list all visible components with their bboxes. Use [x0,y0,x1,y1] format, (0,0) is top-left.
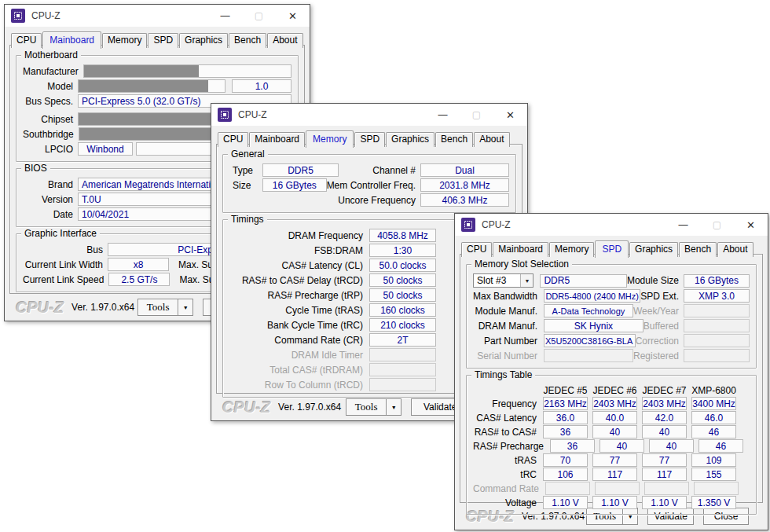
table-cell[interactable]: 46 [691,425,736,438]
redacted-value [83,64,199,78]
part-number-field[interactable]: X5U5200C3816G-BLA [544,334,636,347]
tab-bench[interactable]: Bench [435,132,473,147]
timing-field[interactable]: 2T [369,333,436,347]
tab-memory[interactable]: Memory [549,242,594,257]
table-cell[interactable]: 36 [543,425,588,438]
tab-graphics[interactable]: Graphics [386,132,434,147]
tools-button[interactable]: Tools [346,398,387,416]
titlebar[interactable]: CPU-Z — ▢ ✕ [211,104,527,126]
size-field[interactable]: 16 GBytes [262,178,327,192]
table-cell[interactable]: 2163 MHz [543,397,588,410]
table-cell[interactable]: 1.350 V [691,496,736,509]
type-label: Type [229,165,262,176]
table-cell[interactable]: 36.0 [543,411,588,424]
close-icon[interactable]: ✕ [276,5,310,27]
table-cell[interactable]: 155 [691,468,736,481]
table-cell[interactable]: 77 [592,453,637,467]
table-cell[interactable]: 117 [592,468,637,481]
table-cell[interactable]: 2403 MHz [592,397,637,410]
mem-controller-freq-field[interactable]: 2031.8 MHz [420,178,509,192]
spd-ext-field[interactable]: XMP 3.0 [684,289,750,303]
manufacturer-field[interactable] [83,64,292,78]
max-bandwidth-field[interactable]: DDR5-4800 (2400 MHz) [544,289,640,303]
table-cell[interactable]: 117 [642,468,687,481]
tab-cpu[interactable]: CPU [461,242,492,257]
table-cell[interactable]: 3400 MHz [691,397,736,410]
timing-field[interactable]: 50.0 clocks [369,259,436,272]
table-cell[interactable]: 36 [550,439,595,453]
dram-manuf-field[interactable]: SK Hynix [544,319,644,332]
tab-spd[interactable]: SPD [595,240,629,258]
type-field[interactable]: DDR5 [262,163,339,177]
slot-select-dropdown[interactable]: Slot #3 ▼ [473,273,534,288]
window-title: CPU-Z [482,219,666,230]
tools-button[interactable]: Tools [138,299,178,316]
window-title: CPU-Z [31,10,208,21]
table-cell[interactable]: 1.10 V [592,496,637,509]
size-label: Size [229,180,262,191]
module-manuf-field[interactable]: A-Data Technology [544,304,633,317]
minimize-icon[interactable]: — [426,104,460,126]
chevron-down-icon[interactable]: ▼ [520,274,533,287]
tab-about[interactable]: About [717,242,753,257]
timing-field[interactable]: 50 clocks [369,273,436,287]
tab-mainboard[interactable]: Mainboard [42,31,101,49]
tab-cpu[interactable]: CPU [11,33,42,48]
tab-spd[interactable]: SPD [354,132,385,147]
tab-graphics[interactable]: Graphics [629,242,678,257]
table-cell[interactable]: 109 [691,453,736,467]
minimize-icon[interactable]: — [208,5,242,27]
gi-bus-label: Bus [23,244,108,255]
minimize-icon[interactable]: — [666,214,700,236]
channel-field[interactable]: Dual [420,163,509,177]
table-cell[interactable]: 1.10 V [642,496,687,509]
table-cell[interactable]: 46 [698,439,743,453]
tab-mainboard[interactable]: Mainboard [493,242,548,257]
table-cell[interactable]: 42.0 [642,411,687,424]
titlebar[interactable]: CPU-Z — ▢ ✕ [5,5,310,27]
timing-field[interactable]: 50 clocks [369,288,436,302]
titlebar[interactable]: CPU-Z — ▢ ✕ [455,214,768,236]
close-icon[interactable]: ✕ [734,214,768,236]
tab-mainboard[interactable]: Mainboard [249,132,305,147]
table-cell[interactable]: 106 [543,468,588,481]
tools-dropdown-arrow[interactable]: ▼ [386,398,402,416]
table-cell[interactable]: 1.10 V [543,496,588,509]
table-cell[interactable]: 40 [600,439,644,453]
memory-type-field[interactable]: DDR5 [540,274,627,288]
table-cell[interactable]: 77 [642,453,687,467]
table-cell[interactable]: 40 [642,425,687,438]
lpcio-field[interactable]: Winbond [78,142,133,156]
timing-field[interactable]: 160 clocks [369,303,436,317]
timing-field[interactable]: 4058.8 MHz [369,229,436,242]
model-field[interactable] [78,79,226,93]
table-cell[interactable]: 40.0 [592,411,637,424]
tab-memory[interactable]: Memory [102,33,147,48]
tab-memory[interactable]: Memory [306,130,354,148]
tab-bench[interactable]: Bench [679,242,717,257]
table-cell[interactable]: 40 [649,439,694,453]
timing-field[interactable]: 210 clocks [369,318,436,332]
module-size-field[interactable]: 16 GBytes [684,274,750,288]
link-width-field[interactable]: x8 [108,258,169,271]
tab-about[interactable]: About [267,33,302,48]
tab-cpu[interactable]: CPU [218,132,248,147]
table-cell[interactable]: 46.0 [691,411,736,424]
link-speed-field[interactable]: 2.5 GT/s [108,273,170,286]
tab-about[interactable]: About [474,132,509,147]
table-cell[interactable]: 70 [543,453,588,467]
tab-bench[interactable]: Bench [229,33,266,48]
table-row-label-disabled: Command Rate [473,483,545,494]
link-speed-label: Current Link Speed [23,274,108,285]
spd-page: Memory Slot Selection Slot #3 ▼ DDR5 Mod… [460,254,763,503]
model-version-field[interactable]: 1.0 [232,79,292,93]
tab-spd[interactable]: SPD [148,33,178,48]
channel-label: Channel # [372,165,420,176]
timing-field[interactable]: 1:30 [369,244,436,257]
table-cell[interactable]: 40 [592,425,637,438]
tab-graphics[interactable]: Graphics [179,33,228,48]
tools-dropdown-arrow[interactable]: ▼ [178,299,193,316]
close-icon[interactable]: ✕ [493,104,527,126]
table-cell[interactable]: 2403 MHz [642,397,687,410]
uncore-frequency-field[interactable]: 406.3 MHz [420,193,509,207]
